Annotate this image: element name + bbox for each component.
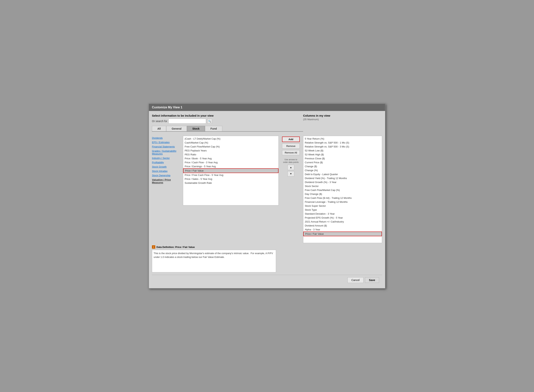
search-input[interactable] — [168, 119, 206, 124]
list-item[interactable]: Price / Book - 5 Year Avg — [183, 157, 279, 160]
category-eps-estimates[interactable]: EPS / Estimates — [152, 141, 181, 144]
col-item[interactable]: Debt to Equity - Latest Quarter — [303, 172, 382, 176]
col-item[interactable]: Dividend Growth (%) - 3 Year — [303, 180, 382, 184]
col-item[interactable]: Dividend Amount ($) — [303, 224, 382, 228]
category-list: Dividends EPS / Estimates Financial Stat… — [152, 136, 181, 243]
category-grades-sustainability[interactable]: Grades / Sustainability Measures — [152, 149, 181, 155]
customize-dialog: Customize My View 1 Select information t… — [149, 103, 385, 289]
data-definition-section: i Data Definition: Price / Fair Value — [152, 245, 382, 273]
columns-max-label: (35 Maximum) — [303, 118, 382, 121]
col-item[interactable]: Day Change ($) — [303, 192, 382, 196]
col-item[interactable]: Change ($) — [303, 164, 382, 168]
category-industry-sector[interactable]: Industry / Sector — [152, 157, 181, 159]
move-down-button[interactable]: ▼ — [288, 171, 294, 177]
col-item[interactable]: Current Price ($) — [303, 160, 382, 164]
select-section-header: Select information to be included in you… — [152, 114, 303, 117]
col-item[interactable]: Standard Deviation - 3 Year — [303, 212, 382, 216]
category-stock-intraday[interactable]: Stock Intraday — [152, 170, 181, 173]
tab-general[interactable]: General — [166, 126, 187, 131]
list-item[interactable]: Price / Free Cash Flow - 5 Year Avg — [183, 173, 279, 177]
cancel-button[interactable]: Cancel — [348, 277, 364, 283]
col-item[interactable]: Alpha - 3 Year — [303, 228, 382, 232]
list-item[interactable]: Price / Earnings - 5 Year Avg — [183, 164, 279, 168]
col-item[interactable]: Change (%) — [303, 168, 382, 172]
col-item[interactable]: 52-Week Low ($) — [303, 149, 382, 153]
col-item[interactable]: 2021 Annual Return +/- Cat/Industry — [303, 220, 382, 224]
col-item[interactable]: Free Cash Flow/Market Cap (%) — [303, 188, 382, 192]
data-definition-text — [152, 250, 276, 272]
col-item[interactable]: Previous Close ($) — [303, 157, 382, 160]
col-item[interactable]: Stock Super Sector — [303, 204, 382, 208]
items-list[interactable]: (Cash - LT Debt)/Market Cap (%) Cash/Mar… — [183, 136, 279, 205]
category-stock-ownership[interactable]: Stock Ownership — [152, 174, 181, 177]
list-item[interactable]: Free Cash Flow/Market Cap (%) — [183, 145, 279, 149]
col-item[interactable]: 5 Year Return (%) — [303, 137, 382, 141]
list-item[interactable]: Price / Cash Flow - 3 Year Avg — [183, 160, 279, 164]
remove-button[interactable]: Remove — [282, 144, 300, 149]
items-list-container: (Cash - LT Debt)/Market Cap (%) Cash/Mar… — [183, 136, 279, 243]
columns-header: Columns in my view — [303, 114, 382, 117]
tab-all[interactable]: All — [152, 126, 166, 131]
list-item[interactable]: Cash/Market Cap (%) — [183, 141, 279, 145]
add-button[interactable]: Add — [282, 137, 300, 142]
category-dividends[interactable]: Dividends — [152, 137, 181, 139]
action-buttons: Add Remove Remove All Use arrows to orde… — [281, 136, 301, 243]
col-item[interactable]: Relative Strength vs. S&P 500 - 3 Mo (S) — [303, 145, 382, 149]
category-valuation-price[interactable]: Valuation / Price Measures — [152, 178, 181, 184]
list-item[interactable]: (Cash - LT Debt)/Market Cap (%) — [183, 137, 279, 141]
col-item[interactable]: Dividend Yield (%) - Trailing 12 Months — [303, 176, 382, 180]
tabs-container: All General Stock Fund — [152, 126, 303, 132]
remove-all-button[interactable]: Remove All — [282, 150, 300, 155]
dialog-title: Customize My View 1 — [149, 104, 385, 111]
search-label: Or search for — [152, 120, 167, 123]
arrows-label: Use arrows to order data points — [282, 158, 300, 164]
col-item[interactable]: Relative Strength vs. S&P 500 - 1 Mo (S) — [303, 141, 382, 145]
save-button[interactable]: Save — [365, 277, 379, 283]
list-item[interactable]: PEG Ratio — [183, 153, 279, 157]
col-item[interactable]: Financial Leverage - Trailing 12 Months — [303, 200, 382, 204]
data-definition-icon: i — [152, 245, 155, 249]
col-item[interactable]: Projected EPS Growth (%) - 5 Year — [303, 216, 382, 220]
category-stock-growth[interactable]: Stock Growth — [152, 165, 181, 168]
search-button[interactable]: 🔍 — [207, 119, 212, 124]
columns-list[interactable]: 5 Year Return (%) Relative Strength vs. … — [303, 136, 382, 243]
tab-fund[interactable]: Fund — [205, 126, 222, 131]
list-item-selected[interactable]: Price / Fair Value — [183, 168, 279, 173]
data-definition-label: Data Definition: Price / Fair Value — [156, 246, 195, 248]
footer: Cancel Save — [152, 275, 382, 285]
category-financial-statements[interactable]: Financial Statements — [152, 145, 181, 148]
category-profitability[interactable]: Profitability — [152, 161, 181, 164]
col-item[interactable]: Stock Sector — [303, 184, 382, 188]
data-definition-title: i Data Definition: Price / Fair Value — [152, 245, 382, 249]
col-item[interactable]: Free Cash Flow ($ mil) - Trailing 12 Mon… — [303, 196, 382, 200]
tab-stock[interactable]: Stock — [187, 126, 205, 131]
list-item[interactable]: Price / Sales - 5 Year Avg — [183, 177, 279, 181]
list-item[interactable]: PEG Payback Years — [183, 149, 279, 153]
col-item-selected[interactable]: Price / Fair Value — [303, 232, 382, 236]
col-item[interactable]: 52-Week High ($) — [303, 153, 382, 157]
list-item[interactable]: Sustainable Growth Rate — [183, 181, 279, 185]
col-item[interactable]: Stock Type — [303, 208, 382, 212]
move-up-button[interactable]: ▲ — [288, 165, 294, 170]
